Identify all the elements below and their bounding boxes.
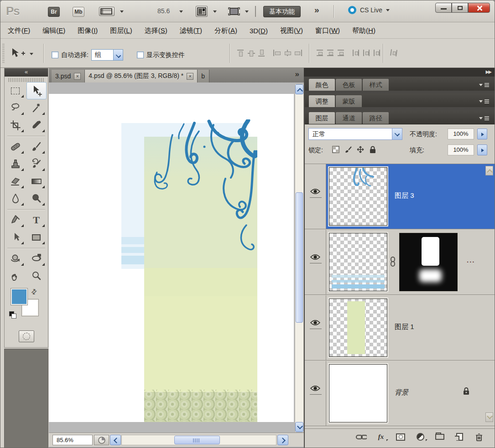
tab-channels[interactable]: 通道 xyxy=(336,112,362,124)
distribute-vertical-centers-icon[interactable] xyxy=(327,49,335,57)
workspace-overflow-chevron[interactable]: » xyxy=(314,5,319,15)
document-tab-3psd[interactable]: 3.psd × xyxy=(52,70,85,82)
screen-mode-icon[interactable] xyxy=(228,6,240,16)
tab-overflow-chevron[interactable]: » xyxy=(295,70,299,79)
close-button[interactable] xyxy=(468,3,490,13)
layer-row-1[interactable]: 图层 1 xyxy=(305,295,495,360)
blend-mode-select[interactable]: 正常 xyxy=(308,128,402,140)
link-layers-icon[interactable] xyxy=(356,433,367,442)
3d-rotate-tool-icon[interactable] xyxy=(5,250,26,268)
rectangle-tool-icon[interactable] xyxy=(26,229,47,246)
scroll-left-button[interactable] xyxy=(110,435,121,445)
distribute-horizontal-centers-icon[interactable] xyxy=(363,49,371,57)
align-left-edges-icon[interactable] xyxy=(273,49,281,57)
zoom-level-dropdown-icon[interactable] xyxy=(179,10,183,13)
eraser-tool-icon[interactable] xyxy=(5,173,26,190)
arrange-documents-icon[interactable] xyxy=(196,6,208,17)
pen-tool-icon[interactable] xyxy=(5,211,26,229)
dock-collapse-button[interactable]: ▶▶ xyxy=(304,68,495,77)
menu-3d[interactable]: 3D(D) xyxy=(250,27,268,35)
tab-swatches[interactable]: 色板 xyxy=(336,79,362,91)
path-selection-tool-icon[interactable] xyxy=(5,229,26,246)
hand-tool-icon[interactable] xyxy=(5,268,26,285)
tab-paths[interactable]: 路径 xyxy=(363,112,389,124)
document-tab-4psd-active[interactable]: 4.psd @ 85.6% (图层 3, RGB/8) * × xyxy=(85,70,198,82)
menu-help[interactable]: 帮助(H) xyxy=(352,26,375,35)
distribute-bottom-edges-icon[interactable] xyxy=(337,49,346,57)
show-transform-checkbox[interactable] xyxy=(137,51,144,58)
menu-layer[interactable]: 图层(L) xyxy=(110,26,132,35)
layer-row-3[interactable]: 图层 3 xyxy=(305,164,495,229)
status-info-button[interactable] xyxy=(94,435,109,445)
history-brush-tool-icon[interactable] xyxy=(26,155,47,173)
workspace-button[interactable]: 基本功能 xyxy=(263,6,301,17)
canvas[interactable] xyxy=(49,94,294,422)
lock-pixels-icon[interactable] xyxy=(344,145,353,154)
auto-select-checkbox[interactable] xyxy=(52,51,58,58)
view-extras-dropdown-icon[interactable] xyxy=(120,10,124,13)
visibility-toggle[interactable] xyxy=(310,319,322,329)
blur-tool-icon[interactable] xyxy=(5,190,26,207)
zoom-tool-icon[interactable] xyxy=(26,268,47,285)
scroll-right-button[interactable] xyxy=(277,435,288,445)
crop-tool-icon[interactable] xyxy=(5,117,26,134)
tab-layers[interactable]: 图层 xyxy=(309,112,335,124)
layer-thumbnail[interactable] xyxy=(329,299,387,357)
tab-masks[interactable]: 蒙版 xyxy=(336,95,362,107)
healing-brush-tool-icon[interactable] xyxy=(5,138,26,155)
menu-view[interactable]: 视图(V) xyxy=(280,26,303,35)
quick-selection-tool-icon[interactable] xyxy=(26,99,47,117)
distribute-right-edges-icon[interactable] xyxy=(373,49,382,57)
visibility-toggle[interactable] xyxy=(310,253,322,263)
quick-mask-mode-button[interactable] xyxy=(19,330,34,342)
align-vertical-centers-icon[interactable] xyxy=(247,49,256,57)
distribute-top-edges-icon[interactable] xyxy=(316,49,325,57)
vertical-scroll-thumb[interactable] xyxy=(296,192,303,323)
panel-menu-icon[interactable] xyxy=(478,114,490,123)
lock-all-icon[interactable] xyxy=(368,145,377,154)
opacity-slider-button[interactable] xyxy=(477,129,487,139)
auto-align-layers-icon[interactable] xyxy=(390,49,399,57)
vertical-scrollbar[interactable] xyxy=(295,84,304,433)
visibility-toggle[interactable] xyxy=(310,188,322,198)
fill-value[interactable]: 100% xyxy=(448,144,474,155)
minimize-button[interactable] xyxy=(435,3,452,13)
tab-color[interactable]: 颜色 xyxy=(309,79,335,91)
tab-close-icon[interactable]: × xyxy=(187,73,193,80)
delete-layer-icon[interactable] xyxy=(474,433,485,442)
view-extras-icon[interactable] xyxy=(99,7,115,16)
auto-select-target-select[interactable]: 组 xyxy=(91,49,123,61)
layer-style-icon[interactable]: fx xyxy=(375,433,386,442)
layer-row-background[interactable]: 背景 xyxy=(305,361,495,426)
distribute-left-edges-icon[interactable] xyxy=(352,49,361,57)
mask-link-icon[interactable] xyxy=(390,256,396,269)
layer-mask-thumbnail[interactable] xyxy=(399,233,458,291)
lock-transparency-icon[interactable] xyxy=(331,145,340,154)
layer-name[interactable]: 背景 xyxy=(395,388,408,397)
move-tool-icon[interactable] xyxy=(26,82,47,99)
add-layer-mask-icon[interactable] xyxy=(395,433,406,442)
visibility-toggle[interactable] xyxy=(310,385,322,395)
align-top-edges-icon[interactable] xyxy=(237,49,245,57)
lock-position-icon[interactable] xyxy=(356,145,365,154)
move-tool-preset-icon[interactable] xyxy=(9,47,27,61)
tools-panel-collapse[interactable]: « xyxy=(5,68,48,77)
menu-image[interactable]: 图像(I) xyxy=(78,26,98,35)
dodge-tool-icon[interactable] xyxy=(26,190,47,207)
menu-analysis[interactable]: 分析(A) xyxy=(214,26,237,35)
lasso-tool-icon[interactable] xyxy=(5,99,26,117)
swap-colors-icon[interactable]: ⇄ xyxy=(29,287,39,297)
new-layer-icon[interactable] xyxy=(454,433,465,442)
restore-button[interactable] xyxy=(452,3,468,13)
screen-mode-dropdown-icon[interactable] xyxy=(245,10,249,13)
options-grip[interactable] xyxy=(2,44,5,63)
menu-edit[interactable]: 编辑(E) xyxy=(42,26,65,35)
panel-menu-icon[interactable] xyxy=(478,81,490,89)
tab-adjustments[interactable]: 调整 xyxy=(309,95,335,107)
layer-name[interactable]: 图层 3 xyxy=(395,191,414,200)
eyedropper-tool-icon[interactable] xyxy=(26,117,47,134)
menu-filter[interactable]: 滤镜(T) xyxy=(180,26,202,35)
layer-thumbnail[interactable] xyxy=(329,364,387,422)
foreground-color-swatch[interactable] xyxy=(11,288,27,305)
launch-mini-bridge-button[interactable]: Mb xyxy=(73,7,84,17)
